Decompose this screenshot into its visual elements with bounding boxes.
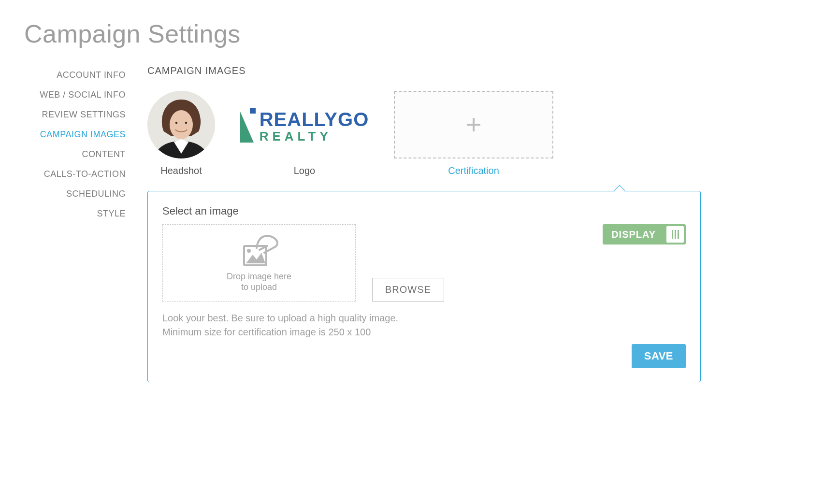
person-icon	[147, 91, 215, 158]
settings-sidebar: ACCOUNT INFO WEB / SOCIAL INFO REVIEW SE…	[24, 65, 126, 224]
logo-word-primary: REALLYGO	[260, 110, 369, 129]
plus-icon	[465, 116, 482, 133]
image-slot-headshot[interactable]: Headshot	[147, 91, 215, 176]
headshot-caption: Headshot	[160, 165, 202, 176]
sidebar-item-scheduling[interactable]: SCHEDULING	[66, 184, 126, 204]
hint-line-2: Minimum size for certification image is …	[162, 325, 686, 339]
svg-point-4	[185, 122, 187, 124]
save-button[interactable]: SAVE	[632, 344, 686, 368]
sidebar-item-content[interactable]: CONTENT	[82, 144, 126, 164]
sidebar-item-calls-to-action[interactable]: CALLS-TO-ACTION	[44, 164, 126, 184]
hint-line-1: Look your best. Be sure to upload a high…	[162, 311, 686, 325]
upload-image-icon	[237, 233, 281, 268]
display-toggle-handle	[666, 226, 684, 243]
svg-point-2	[170, 110, 193, 139]
svg-rect-6	[467, 124, 480, 126]
image-slots-row: Headshot REALLYGO REALTY	[147, 91, 701, 176]
display-toggle[interactable]: DISPLAY	[603, 224, 686, 245]
dropzone-text-line2: to upload	[227, 282, 291, 293]
certification-caption: Certification	[448, 165, 499, 176]
image-slot-certification[interactable]: Certification	[394, 91, 553, 176]
image-slot-logo[interactable]: REALLYGO REALTY Logo	[225, 91, 384, 176]
sidebar-item-review-settings[interactable]: REVIEW SETTINGS	[42, 105, 126, 125]
page-title: Campaign Settings	[24, 19, 701, 48]
upload-dropzone[interactable]: Drop image here to upload	[162, 224, 356, 302]
dropzone-text-line1: Drop image here	[227, 271, 291, 282]
headshot-image	[147, 91, 215, 158]
logo-caption: Logo	[294, 165, 316, 176]
panel-heading: Select an image	[162, 205, 686, 217]
svg-point-3	[175, 122, 177, 124]
svg-marker-8	[246, 253, 265, 263]
sidebar-item-style[interactable]: STYLE	[97, 204, 126, 224]
logo-mark-icon	[240, 107, 255, 143]
certification-placeholder	[394, 91, 553, 158]
sidebar-item-web-social-info[interactable]: WEB / SOCIAL INFO	[40, 85, 126, 105]
sidebar-item-campaign-images[interactable]: CAMPAIGN IMAGES	[40, 125, 126, 144]
image-upload-panel: Select an image	[147, 191, 701, 382]
section-title: CAMPAIGN IMAGES	[147, 65, 701, 76]
display-toggle-label: DISPLAY	[603, 224, 664, 245]
sidebar-item-account-info[interactable]: ACCOUNT INFO	[57, 65, 126, 85]
logo-image: REALLYGO REALTY	[225, 91, 384, 158]
toggle-grip-icon	[672, 230, 679, 239]
browse-button[interactable]: BROWSE	[372, 278, 444, 302]
logo-word-secondary: REALTY	[260, 130, 369, 143]
svg-point-9	[247, 249, 251, 253]
